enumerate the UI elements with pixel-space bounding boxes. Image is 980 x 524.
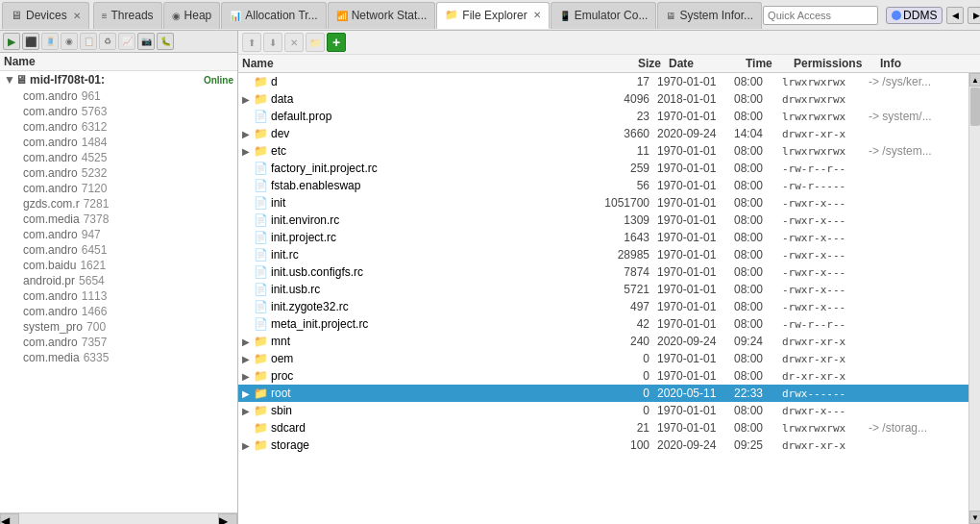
expand-icon[interactable]: ▶	[242, 129, 254, 139]
file-row[interactable]: 📄 init.zygote32.rc 497 1970-01-01 08:00 …	[238, 298, 968, 315]
tab-sysinfo[interactable]: 🖥 System Infor...	[657, 2, 762, 29]
file-row[interactable]: 📄 init.project.rc 1643 1970-01-01 08:00 …	[238, 229, 968, 246]
nav-button-2[interactable]: ▶	[968, 7, 980, 24]
right-panel-scrollbar[interactable]: ▲ ▼	[968, 73, 980, 524]
debug-stop-button[interactable]: ⬛	[22, 33, 39, 50]
file-row[interactable]: ▶ 📁 dev 3660 2020-09-24 14:04 drwxr-xr-x	[238, 125, 968, 142]
list-item[interactable]: gzds.com.r7281	[0, 196, 237, 212]
list-item[interactable]: com.andro6451	[0, 242, 237, 258]
push-file-button[interactable]: ⬆	[242, 33, 261, 52]
list-item[interactable]: com.andro1113	[0, 288, 237, 304]
list-item[interactable]: com.andro947	[0, 227, 237, 242]
expand-icon[interactable]: ▶	[242, 146, 254, 157]
list-item[interactable]: com.andro4525	[0, 150, 237, 165]
update-threads-button[interactable]: 🧵	[41, 33, 59, 50]
list-item[interactable]: com.andro6312	[0, 119, 237, 135]
scroll-thumb[interactable]	[970, 87, 980, 126]
file-icon: 📄	[254, 179, 268, 192]
ddms-button[interactable]: DDMS	[886, 7, 943, 24]
file-row[interactable]: 📄 init 1051700 1970-01-01 08:00 -rwxr-x-…	[238, 194, 968, 212]
sysinfo-icon: 🖥	[666, 11, 675, 21]
folder-icon: 📁	[254, 369, 268, 383]
file-row[interactable]: 📁 sdcard 21 1970-01-01 08:00 lrwxrwxrwx …	[238, 419, 968, 437]
file-row[interactable]: ▶ 📁 sbin 0 1970-01-01 08:00 drwxr-x---	[238, 402, 968, 419]
tab-network[interactable]: 📶 Network Stat...	[328, 2, 436, 29]
tab-allocation[interactable]: 📊 Allocation Tr...	[221, 2, 326, 29]
file-list: 📁 d 17 1970-01-01 08:00 lrwxrwxrwx -> /s…	[238, 73, 968, 524]
tab-allocation-label: Allocation Tr...	[245, 9, 317, 22]
file-row[interactable]: 📄 meta_init.project.rc 42 1970-01-01 08:…	[238, 315, 968, 333]
expand-icon[interactable]: ▶	[242, 337, 254, 347]
file-row[interactable]: 📄 factory_init.project.rc 259 1970-01-01…	[238, 160, 968, 177]
list-item[interactable]: com.andro5763	[0, 104, 237, 119]
tab-devices[interactable]: 🖥 Devices ✕	[2, 2, 89, 29]
col-name-header: Name	[242, 57, 601, 70]
tab-devices-label: Devices	[26, 9, 67, 22]
delete-file-button[interactable]: ✕	[284, 33, 304, 52]
list-item[interactable]: com.media6335	[0, 350, 237, 365]
file-row[interactable]: ▶ 📁 data 4096 2018-01-01 08:00 drwxrwxrw…	[238, 90, 968, 108]
list-item[interactable]: com.andro7357	[0, 335, 237, 350]
list-item[interactable]: com.andro1466	[0, 304, 237, 319]
list-item[interactable]: system_pro700	[0, 319, 237, 335]
quick-access-input[interactable]	[763, 6, 878, 25]
add-button[interactable]: +	[327, 33, 346, 52]
snapshot-button[interactable]: 📷	[137, 33, 155, 50]
list-item[interactable]: com.media7378	[0, 212, 237, 227]
gc-button[interactable]: ♻	[99, 33, 116, 50]
expand-icon[interactable]: ▶	[242, 406, 254, 416]
expand-icon[interactable]: ▶	[242, 94, 254, 105]
scroll-up-btn[interactable]: ▲	[969, 73, 980, 87]
scroll-down-btn[interactable]: ▼	[969, 511, 980, 524]
folder-icon: 📁	[254, 127, 268, 140]
file-row[interactable]: 📁 d 17 1970-01-01 08:00 lrwxrwxrwx -> /s…	[238, 73, 968, 90]
file-row-selected[interactable]: ▶ 📁 root 0 2020-05-11 22:33 drwx------	[238, 385, 968, 402]
list-item[interactable]: com.andro1484	[0, 135, 237, 150]
file-row[interactable]: ▶ 📁 storage 100 2020-09-24 09:25 drwxr-x…	[238, 437, 968, 454]
file-row[interactable]: 📄 init.usb.rc 5721 1970-01-01 08:00 -rwx…	[238, 281, 968, 298]
expand-icon[interactable]: ▶	[242, 371, 254, 382]
tab-fileexplorer-close[interactable]: ✕	[533, 10, 541, 20]
list-item[interactable]: com.andro5232	[0, 165, 237, 181]
hprof-button[interactable]: 📋	[80, 33, 97, 50]
folder-icon: 📁	[254, 438, 268, 452]
tab-fileexplorer[interactable]: 📁 File Explorer ✕	[436, 2, 549, 29]
file-explorer-toolbar: ⬆ ⬇ ✕ 📁 +	[238, 31, 980, 55]
file-row[interactable]: ▶ 📁 proc 0 1970-01-01 08:00 dr-xr-xr-x	[238, 367, 968, 385]
list-item[interactable]: com.andro7120	[0, 181, 237, 196]
file-row[interactable]: 📄 init.rc 28985 1970-01-01 08:00 -rwxr-x…	[238, 246, 968, 263]
scroll-track-v[interactable]	[969, 87, 980, 511]
expand-icon[interactable]: ▶	[242, 388, 254, 399]
pull-file-button[interactable]: ⬇	[263, 33, 282, 52]
expand-icon[interactable]: ▶	[242, 354, 254, 364]
nav-button-1[interactable]: ◀	[946, 7, 964, 24]
left-panel-scrollbar[interactable]: ◀ ▶	[0, 512, 237, 524]
screen-capture-button[interactable]: 🐛	[157, 33, 174, 50]
file-row[interactable]: ▶ 📁 etc 11 1970-01-01 08:00 lrwxrwxrwx -…	[238, 142, 968, 160]
ddms-dot	[892, 11, 901, 20]
list-item[interactable]: android.pr5654	[0, 273, 237, 288]
file-row[interactable]: 📄 fstab.enableswap 56 1970-01-01 08:00 -…	[238, 177, 968, 194]
tab-threads[interactable]: ≡ Threads	[93, 2, 162, 29]
list-item[interactable]: com.baidu1621	[0, 258, 237, 273]
scroll-right-btn[interactable]: ▶	[218, 513, 237, 524]
device-root-item[interactable]: ▼ 🖥 mid-lf708t-01: Online	[0, 71, 237, 88]
scroll-left-btn[interactable]: ◀	[0, 513, 19, 524]
file-row[interactable]: 📄 default.prop 23 1970-01-01 08:00 lrwxr…	[238, 108, 968, 125]
create-folder-button[interactable]: 📁	[306, 33, 325, 52]
left-panel: ▶ ⬛ 🧵 ◉ 📋 ♻ 📈 📷 🐛 Name ▼ 🖥 mid-l	[0, 31, 238, 524]
tab-emulator[interactable]: 📱 Emulator Co...	[551, 2, 657, 29]
list-item[interactable]: com.andro961	[0, 88, 237, 104]
file-row[interactable]: ▶ 📁 mnt 240 2020-09-24 09:24 drwxr-xr-x	[238, 333, 968, 350]
debug-start-button[interactable]: ▶	[3, 33, 20, 50]
file-row[interactable]: 📄 init.environ.rc 1309 1970-01-01 08:00 …	[238, 212, 968, 229]
expand-icon[interactable]: ▶	[242, 440, 254, 451]
file-icon: 📄	[254, 300, 268, 313]
update-heap-button[interactable]: ◉	[61, 33, 78, 50]
file-row[interactable]: 📄 init.usb.configfs.rc 7874 1970-01-01 0…	[238, 263, 968, 281]
scroll-track[interactable]	[19, 513, 218, 524]
tab-heap[interactable]: ◉ Heap	[163, 2, 221, 29]
traceview-button[interactable]: 📈	[118, 33, 135, 50]
file-row[interactable]: ▶ 📁 oem 0 1970-01-01 08:00 drwxr-xr-x	[238, 350, 968, 367]
tab-devices-close[interactable]: ✕	[73, 11, 81, 21]
